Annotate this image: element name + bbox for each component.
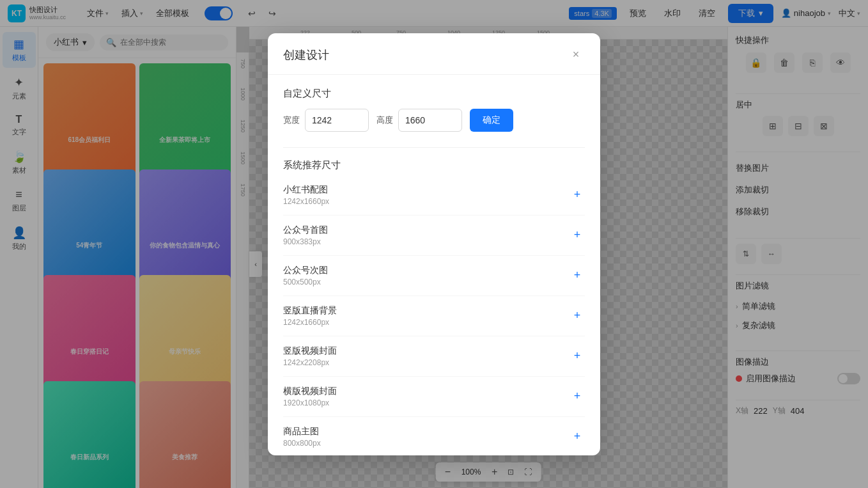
recommend-item-1[interactable]: 公众号首图 900x383px +: [283, 216, 585, 256]
add-button-4[interactable]: +: [570, 349, 585, 364]
confirm-button[interactable]: 确定: [470, 109, 513, 132]
add-button-1[interactable]: +: [570, 228, 585, 243]
add-button-3[interactable]: +: [570, 308, 585, 324]
width-label: 宽度: [283, 114, 300, 126]
height-field-group: 高度: [376, 109, 462, 132]
add-button-0[interactable]: +: [570, 187, 585, 203]
recommend-list: 小红书配图 1242x1660px + 公众号首图 900x383px + 公众…: [283, 175, 585, 455]
custom-size-title: 自定义尺寸: [283, 88, 585, 100]
modal-body: 自定义尺寸 宽度 高度 确定 系统推荐尺寸 小红书配图 1242x1: [268, 75, 600, 455]
modal-close-button[interactable]: ×: [567, 46, 585, 64]
recommend-item-6[interactable]: 商品主图 800x800px +: [283, 417, 585, 455]
create-design-modal: 创建设计 × 自定义尺寸 宽度 高度 确定 系统推荐尺寸: [268, 33, 600, 455]
recommend-item-4[interactable]: 竖版视频封面 1242x2208px +: [283, 336, 585, 377]
recommend-item-3[interactable]: 竖版直播背景 1242x1660px +: [283, 296, 585, 336]
recommend-item-5[interactable]: 横版视频封面 1920x1080px +: [283, 377, 585, 417]
add-button-6[interactable]: +: [570, 429, 585, 445]
modal-divider: [283, 147, 585, 148]
custom-size-row: 宽度 高度 确定: [283, 109, 585, 132]
recommend-item-2[interactable]: 公众号次图 500x500px +: [283, 256, 585, 296]
modal-overlay[interactable]: 创建设计 × 自定义尺寸 宽度 高度 确定 系统推荐尺寸: [0, 0, 868, 488]
recommend-title: 系统推荐尺寸: [283, 159, 585, 171]
add-button-5[interactable]: +: [570, 389, 585, 404]
modal-header: 创建设计 ×: [268, 33, 600, 75]
width-field-group: 宽度: [283, 109, 369, 132]
modal-title: 创建设计: [283, 47, 329, 63]
height-input[interactable]: [398, 109, 462, 132]
add-button-2[interactable]: +: [570, 268, 585, 283]
recommend-item-0[interactable]: 小红书配图 1242x1660px +: [283, 175, 585, 216]
width-input[interactable]: [305, 109, 369, 132]
height-label: 高度: [376, 114, 393, 126]
